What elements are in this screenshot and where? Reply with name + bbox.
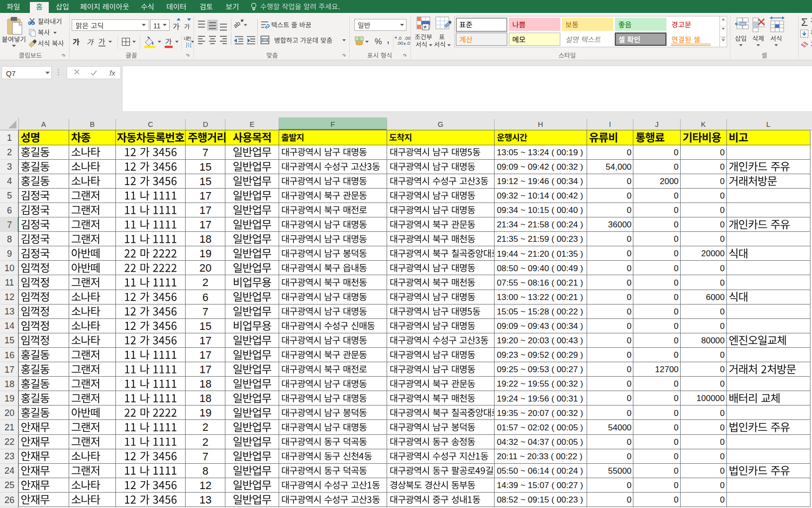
svg-text:7: 7 bbox=[203, 305, 208, 318]
svg-text:19:20 ~ 20:03 ( 00:43 ): 19:20 ~ 20:03 ( 00:43 ) bbox=[497, 336, 583, 345]
svg-text:7: 7 bbox=[203, 146, 208, 159]
svg-text:6: 6 bbox=[203, 291, 208, 304]
svg-text:17: 17 bbox=[4, 365, 14, 375]
svg-text:L: L bbox=[766, 120, 770, 128]
svg-text:.00: .00 bbox=[397, 40, 403, 46]
svg-text:0: 0 bbox=[627, 481, 631, 490]
svg-text:6000: 6000 bbox=[706, 293, 725, 302]
svg-text:0: 0 bbox=[627, 191, 631, 201]
svg-text:A: A bbox=[41, 120, 46, 128]
svg-text:0: 0 bbox=[720, 220, 724, 229]
svg-text:0: 0 bbox=[674, 234, 678, 244]
svg-text:J: J bbox=[655, 120, 658, 128]
svg-text:19:22 ~ 19:55 ( 00:32 ): 19:22 ~ 19:55 ( 00:32 ) bbox=[497, 379, 583, 389]
svg-text:0: 0 bbox=[674, 379, 678, 389]
svg-text:0: 0 bbox=[674, 452, 678, 461]
svg-text:05:50 ~ 06:14 ( 00:24 ): 05:50 ~ 06:14 ( 00:24 ) bbox=[497, 466, 583, 476]
svg-text:18: 18 bbox=[4, 379, 14, 389]
svg-text:0: 0 bbox=[720, 423, 724, 432]
svg-text:0: 0 bbox=[674, 278, 678, 288]
svg-text:16: 16 bbox=[4, 350, 14, 360]
svg-text:18: 18 bbox=[200, 392, 211, 405]
svg-text:0: 0 bbox=[627, 408, 631, 418]
svg-text:36000: 36000 bbox=[608, 220, 631, 229]
svg-text:12: 12 bbox=[200, 479, 211, 492]
svg-text:0: 0 bbox=[627, 394, 631, 403]
svg-text:09:09 ~ 09:43 ( 00:34 ): 09:09 ~ 09:43 ( 00:34 ) bbox=[497, 321, 583, 331]
svg-text:0: 0 bbox=[720, 321, 724, 331]
svg-text:0: 0 bbox=[674, 394, 678, 403]
svg-text:0: 0 bbox=[674, 437, 678, 447]
svg-text:0: 0 bbox=[674, 408, 678, 418]
svg-text:55000: 55000 bbox=[608, 466, 631, 476]
svg-text:17: 17 bbox=[200, 349, 211, 361]
svg-text:0: 0 bbox=[720, 264, 724, 273]
svg-text:0: 0 bbox=[720, 278, 724, 288]
svg-text:2: 2 bbox=[203, 276, 208, 289]
svg-text:3: 3 bbox=[7, 162, 12, 172]
svg-text:≠: ≠ bbox=[423, 24, 426, 30]
svg-text:19:24 ~ 19:56 ( 00:31 ): 19:24 ~ 19:56 ( 00:31 ) bbox=[497, 394, 583, 404]
svg-text:13:05 ~ 13:24 ( 00:19 ): 13:05 ~ 13:24 ( 00:19 ) bbox=[497, 148, 583, 157]
svg-text:7: 7 bbox=[203, 450, 208, 463]
svg-text:0: 0 bbox=[627, 336, 631, 345]
svg-text:.0: .0 bbox=[406, 40, 410, 46]
svg-text:17: 17 bbox=[200, 334, 211, 347]
svg-text:0: 0 bbox=[627, 379, 631, 389]
svg-text:0: 0 bbox=[674, 191, 678, 201]
svg-text:0: 0 bbox=[627, 495, 631, 505]
svg-text:01:57 ~ 02:02 ( 00:05 ): 01:57 ~ 02:02 ( 00:05 ) bbox=[497, 423, 583, 432]
svg-text:7: 7 bbox=[7, 220, 12, 230]
svg-text:18: 18 bbox=[200, 378, 211, 390]
svg-text:0: 0 bbox=[720, 481, 724, 490]
svg-text:F: F bbox=[330, 120, 335, 128]
svg-text:G: G bbox=[438, 120, 443, 128]
svg-text:Σ: Σ bbox=[801, 16, 808, 28]
svg-text:0: 0 bbox=[627, 452, 631, 461]
svg-text:07:55 ~ 08:16 ( 00:21 ): 07:55 ~ 08:16 ( 00:21 ) bbox=[497, 278, 583, 288]
svg-text:12: 12 bbox=[4, 292, 14, 302]
svg-text:08:52 ~ 09:15 ( 00:23 ): 08:52 ~ 09:15 ( 00:23 ) bbox=[497, 495, 583, 505]
svg-text:17: 17 bbox=[200, 218, 211, 231]
svg-text:0: 0 bbox=[720, 452, 724, 461]
svg-text:0: 0 bbox=[720, 162, 724, 172]
svg-text:20:11 ~ 20:33 ( 00:22 ): 20:11 ~ 20:33 ( 00:22 ) bbox=[497, 452, 583, 461]
svg-text:0: 0 bbox=[720, 466, 724, 476]
svg-text:15:05 ~ 15:28 ( 00:22 ): 15:05 ~ 15:28 ( 00:22 ) bbox=[497, 307, 583, 316]
svg-text:12700: 12700 bbox=[655, 365, 679, 374]
svg-text:0: 0 bbox=[674, 293, 678, 302]
svg-text:0: 0 bbox=[674, 162, 678, 172]
svg-text:0: 0 bbox=[720, 379, 724, 389]
svg-text:19:35 ~ 20:07 ( 00:32 ): 19:35 ~ 20:07 ( 00:32 ) bbox=[497, 408, 583, 418]
svg-text:0: 0 bbox=[627, 278, 631, 288]
svg-text:0: 0 bbox=[627, 205, 631, 215]
svg-text:0: 0 bbox=[674, 205, 678, 215]
svg-text:09:32 ~ 10:14 ( 00:42 ): 09:32 ~ 10:14 ( 00:42 ) bbox=[497, 191, 583, 201]
svg-text:0: 0 bbox=[674, 264, 678, 273]
svg-text:%: % bbox=[375, 37, 382, 46]
svg-text:23: 23 bbox=[4, 451, 14, 461]
svg-text:B: B bbox=[90, 120, 95, 128]
svg-text:0: 0 bbox=[627, 293, 631, 302]
svg-text:09:34 ~ 10:15 ( 00:40 ): 09:34 ~ 10:15 ( 00:40 ) bbox=[497, 205, 583, 215]
svg-text:0: 0 bbox=[674, 220, 678, 229]
svg-text:0: 0 bbox=[720, 205, 724, 215]
svg-text:0: 0 bbox=[720, 234, 724, 244]
svg-text:19: 19 bbox=[200, 247, 211, 260]
svg-text:13:00 ~ 13:22 ( 00:21 ): 13:00 ~ 13:22 ( 00:21 ) bbox=[497, 293, 583, 302]
svg-text:0: 0 bbox=[674, 423, 678, 432]
svg-text:0: 0 bbox=[627, 234, 631, 244]
svg-text:80000: 80000 bbox=[701, 336, 724, 345]
svg-text:11: 11 bbox=[153, 22, 161, 30]
svg-text:24: 24 bbox=[4, 466, 14, 476]
svg-text:8: 8 bbox=[203, 465, 208, 477]
svg-text:0: 0 bbox=[720, 191, 724, 201]
svg-text:10: 10 bbox=[4, 263, 14, 273]
svg-text:09:09 ~ 09:42 ( 00:32 ): 09:09 ~ 09:42 ( 00:32 ) bbox=[497, 162, 583, 172]
svg-text:11: 11 bbox=[5, 278, 14, 288]
svg-text:04:32 ~ 04:37 ( 00:05 ): 04:32 ~ 04:37 ( 00:05 ) bbox=[497, 437, 583, 447]
svg-text:1: 1 bbox=[7, 133, 12, 143]
svg-text:0: 0 bbox=[720, 177, 724, 186]
svg-text:0: 0 bbox=[627, 307, 631, 316]
svg-text:09:23 ~ 09:52 ( 00:29 ): 09:23 ~ 09:52 ( 00:29 ) bbox=[497, 350, 583, 360]
